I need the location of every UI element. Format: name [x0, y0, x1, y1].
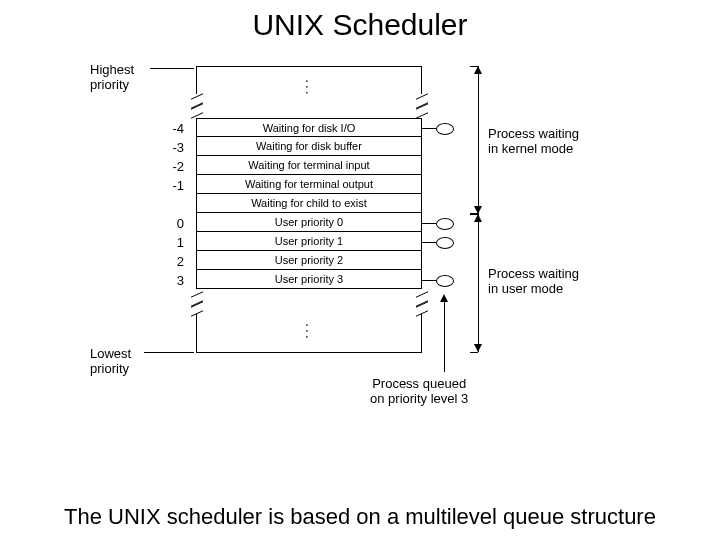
- priority-number: -2: [160, 159, 184, 174]
- process-node: [436, 237, 454, 249]
- queue-row: User priority 2: [196, 251, 422, 270]
- bottom-ellipsis: ...: [303, 323, 319, 341]
- priority-number: -3: [160, 140, 184, 155]
- priority-number: -1: [160, 178, 184, 193]
- queue-row: Waiting for disk buffer: [196, 137, 422, 156]
- kernel-mode-label: Process waiting in kernel mode: [488, 126, 579, 156]
- queued-label: Process queued on priority level 3: [370, 376, 468, 406]
- priority-number: 3: [160, 273, 184, 288]
- lowest-priority-label: Lowest priority: [90, 346, 131, 376]
- process-node: [436, 218, 454, 230]
- process-node: [436, 275, 454, 287]
- page-title: UNIX Scheduler: [0, 8, 720, 42]
- priority-number: 2: [160, 254, 184, 269]
- queue-row: Waiting for disk I/O: [196, 118, 422, 137]
- scheduler-diagram: ... ... Highest priority Lowest priority…: [100, 56, 620, 456]
- queue-row: Waiting for child to exist: [196, 194, 422, 213]
- queue-row: User priority 3: [196, 270, 422, 289]
- queue-row: Waiting for terminal input: [196, 156, 422, 175]
- queue-row: Waiting for terminal output: [196, 175, 422, 194]
- caption-text: The UNIX scheduler is based on a multile…: [0, 504, 720, 530]
- user-mode-label: Process waiting in user mode: [488, 266, 579, 296]
- queue-row: User priority 1: [196, 232, 422, 251]
- top-ellipsis: ...: [303, 79, 319, 97]
- priority-number: -4: [160, 121, 184, 136]
- process-node: [436, 123, 454, 135]
- queue-row: User priority 0: [196, 213, 422, 232]
- priority-number: 1: [160, 235, 184, 250]
- highest-priority-label: Highest priority: [90, 62, 134, 92]
- priority-number: 0: [160, 216, 184, 231]
